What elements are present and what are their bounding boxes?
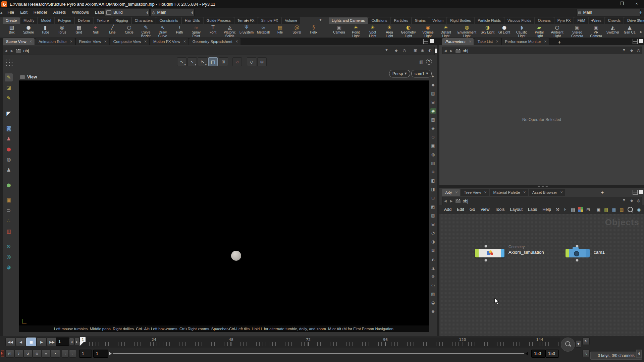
pane-tab[interactable]: Performance Monitor (502, 38, 549, 45)
display-option-icon[interactable]: ▣ (430, 143, 436, 148)
select-tool-button[interactable]: ↖▼ (177, 57, 186, 66)
display-option-icon[interactable]: ⊚ (430, 169, 436, 175)
tool-icon[interactable]: ◕ (5, 263, 13, 271)
display-option-icon[interactable]: ◑ (430, 239, 436, 244)
path-text[interactable]: obj (463, 199, 468, 203)
shelf-tool[interactable]: ◉ Volume Light (419, 24, 437, 38)
shelf-tab[interactable]: Oceans (535, 17, 554, 24)
close-icon[interactable] (496, 40, 498, 43)
spinner-icon[interactable]: ▲▼ (146, 11, 148, 14)
shelf-tool[interactable]: ○ Circle (121, 24, 138, 35)
shelf-tool[interactable]: ● GI Light (496, 24, 513, 35)
object-link-icon[interactable]: ◉ (421, 48, 424, 53)
node-display-flag[interactable] (501, 249, 504, 257)
play-button[interactable]: ▶ (37, 338, 47, 346)
close-icon[interactable] (30, 40, 32, 43)
next-key-button-disabled[interactable]: ▸ (69, 350, 76, 358)
pane-maximize-icon[interactable] (430, 39, 434, 43)
set-key-button[interactable] (561, 338, 575, 352)
display-option-icon[interactable]: ⊡ (430, 195, 436, 201)
sphere-object[interactable] (231, 251, 241, 261)
display-option-icon[interactable]: ◌ (430, 283, 436, 288)
pane-tab[interactable]: Animation Editor (35, 38, 75, 45)
step-back-button[interactable]: ◂ (69, 338, 74, 345)
new-pane-tab-button[interactable]: ＋ (597, 189, 607, 196)
shelf-tab[interactable]: FEM (574, 17, 588, 24)
display-option-icon[interactable]: ▤ (430, 91, 436, 96)
globe-tool-icon[interactable]: ◎ (5, 253, 13, 261)
path-dropdown-icon[interactable]: ▼ (385, 48, 388, 52)
grid-view-icon[interactable]: ⊞ (586, 207, 591, 212)
close-icon[interactable] (484, 191, 487, 194)
tool-icon[interactable]: ⊛ (5, 242, 13, 250)
close-icon[interactable] (144, 40, 147, 43)
step-forward-button[interactable]: ▸ (74, 338, 79, 345)
box-select-button[interactable]: ⊞ (219, 57, 228, 66)
pane-layout-icon[interactable] (633, 190, 638, 195)
node-body[interactable] (569, 249, 586, 257)
help-icon[interactable]: ? (426, 59, 432, 65)
key-options-dropdown[interactable]: ▼ (576, 340, 581, 348)
add-desktop-button[interactable]: + (639, 10, 642, 15)
shelf-tab[interactable]: Deform (75, 17, 93, 24)
close-icon[interactable] (183, 40, 186, 43)
node-output-dot[interactable] (576, 259, 579, 262)
pin-icon[interactable]: ◆ (630, 48, 633, 53)
global-end-field[interactable]: 150 (545, 350, 559, 358)
network-canvas[interactable]: Objects Geometry Axiom_simulation cam1 (439, 214, 644, 336)
shelf-tool[interactable]: ≈ Spray Paint (188, 24, 205, 38)
back-icon[interactable]: ◀ (3, 49, 9, 53)
display-option-icon[interactable]: ◭ (430, 256, 436, 262)
lasso-select-button-disabled[interactable]: ⊘ (232, 57, 242, 66)
dependency-icon[interactable]: ⊦ (563, 207, 568, 212)
pane-tab[interactable]: Motion FX View (150, 38, 189, 45)
shelf-tool[interactable]: ◬ Platonic Solids (221, 24, 238, 38)
viewport-layout-menu[interactable] (5, 58, 13, 66)
display-option-icon[interactable]: ◔ (430, 230, 436, 236)
shelf-divider-handle[interactable] (323, 25, 324, 36)
node-axiom-simulation[interactable] (475, 249, 504, 257)
menu-item[interactable]: Edit (454, 207, 467, 212)
menu-item[interactable]: Assets (50, 10, 69, 15)
tool-icon[interactable]: ▥ (5, 227, 13, 235)
back-icon[interactable]: ◀ (442, 49, 448, 53)
keys-status-box[interactable]: 0 keys, 0/0 channels ▲ (590, 352, 642, 360)
realtime-toggle-button[interactable]: ↺ (23, 350, 32, 358)
pane-maximize-icon[interactable] (639, 190, 643, 194)
close-icon[interactable] (235, 40, 238, 43)
shelf-tool[interactable]: ∿ Draw Curve (154, 24, 171, 38)
shelf-overflow-dropdown-icon[interactable]: ▼ (638, 18, 640, 21)
shelf-tab[interactable]: Pyro FX (554, 17, 574, 24)
display-option-icon[interactable]: ⊙ (430, 134, 436, 140)
menu-item[interactable]: File (4, 10, 17, 15)
shelf-tab[interactable]: Collisions (368, 17, 390, 24)
shelf-tool[interactable]: ○ Ambient Light (548, 24, 567, 38)
refresh-keys-icon[interactable]: ↻ (582, 338, 590, 345)
vertical-pane-divider[interactable] (437, 45, 439, 336)
playback-mode-button[interactable]: ⊕ (33, 350, 41, 358)
network-path-bar[interactable]: ◀ ▶ obj ▼ ◆ ◎ (442, 197, 642, 205)
menu-item[interactable]: Go (467, 207, 478, 212)
shelf-tab[interactable]: Constraints (156, 17, 181, 24)
pane-tab[interactable]: Composite View (110, 38, 149, 45)
shelf-tool[interactable]: ∞ Metaball (255, 24, 272, 35)
window-icon[interactable]: ▣ (596, 207, 601, 212)
forward-icon[interactable]: ▶ (9, 49, 15, 53)
shelf-tool[interactable]: ☀ Point Light (347, 24, 364, 38)
scene-path-bar[interactable]: ◀ ▶ obj ▼ ◆ ◎ ▣ ◉ ◐ (3, 47, 435, 55)
toolbox-icon[interactable]: ▥ (619, 207, 624, 212)
shelf-overflow-dropdown-icon[interactable]: ▼ (319, 18, 322, 21)
add-shelf-tab-button[interactable]: ＋ (242, 18, 251, 24)
shelf-tool[interactable]: ▮ Tube (37, 24, 54, 35)
add-shelf-tab-button[interactable]: ＋ (588, 18, 596, 24)
shelf-tool[interactable]: ▣ Stereo Camera (567, 24, 588, 38)
sticky-note-icon[interactable]: ▤ (604, 207, 609, 212)
light-link-icon[interactable]: ◐ (428, 48, 432, 53)
tools-overflow-icon[interactable]: ▶ (640, 30, 642, 34)
display-option-icon[interactable]: ⊕ (430, 309, 436, 314)
pane-maximize-icon[interactable] (639, 39, 643, 43)
tool-icon[interactable]: ✎ (5, 73, 13, 81)
background-image-icon[interactable]: ▦ (611, 207, 616, 212)
radial-menu-icon[interactable]: ◎ (403, 48, 406, 53)
menu-item[interactable]: Add (441, 207, 454, 212)
